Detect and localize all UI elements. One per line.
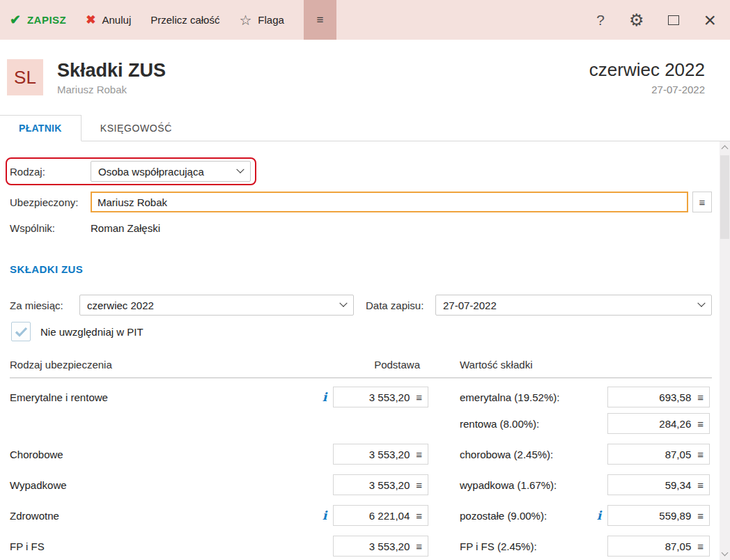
podstawa-input[interactable]: 3 553,20 ≡: [333, 387, 428, 407]
page-title: Składki ZUS: [57, 59, 166, 81]
podstawa-input[interactable]: 3 553,20 ≡: [333, 444, 428, 465]
field-menu-icon[interactable]: ≡: [416, 449, 422, 460]
star-icon: ☆: [239, 12, 251, 29]
podstawa-input[interactable]: 3 553,20 ≡: [333, 536, 428, 557]
tab-platnik[interactable]: PŁATNIK: [0, 115, 81, 141]
wartosc-input[interactable]: 59,34 ≡: [607, 474, 710, 495]
field-menu-icon[interactable]: ≡: [697, 418, 704, 430]
toolbar: ✔ ZAPISZ ✖ Anuluj Przelicz całość ☆ Flag…: [0, 0, 730, 40]
field-menu-icon[interactable]: ≡: [697, 510, 704, 522]
ubezpieczony-input[interactable]: [91, 192, 688, 212]
ubezpieczony-row: Ubezpieczony: ≡: [10, 192, 712, 212]
save-button[interactable]: ✔ ZAPISZ: [10, 12, 66, 28]
table-row-subline: rentowa (8.00%): 284,26 ≡: [10, 413, 712, 434]
scroll-down-arrow-icon[interactable]: [722, 550, 729, 557]
podstawa-value: 3 553,20: [369, 540, 410, 552]
hamburger-icon: ≡: [699, 196, 706, 208]
window-controls: ? ⚙ ×: [596, 10, 730, 30]
table-row: Wypadkowe 3 553,20 ≡ wypadkowa (1.67%): …: [10, 474, 712, 495]
checkmark-icon: [15, 327, 28, 337]
period-label: czerwiec 2022: [589, 59, 705, 81]
tab-bar: PŁATNIK KSIĘGOWOŚĆ: [0, 115, 730, 141]
field-menu-icon[interactable]: ≡: [697, 449, 704, 460]
row-name: Emerytalne i rentowe: [10, 391, 316, 403]
column-header-wartosc: Wartość składki: [460, 359, 712, 371]
wartosc-value: 59,34: [665, 479, 692, 491]
chevron-down-icon: [339, 300, 347, 307]
maximize-button[interactable]: [668, 15, 679, 25]
podstawa-value: 6 221,04: [369, 510, 410, 522]
column-header-rodzaj: Rodzaj ubezpieczenia: [10, 359, 333, 371]
info-icon[interactable]: i: [323, 390, 327, 404]
pit-checkbox[interactable]: [11, 322, 31, 341]
toolbar-menu-button[interactable]: ≡: [304, 0, 336, 40]
wartosc-value: 87,05: [665, 540, 692, 552]
value-label: chorobowa (2.45%):: [460, 449, 591, 460]
row-name: Chorobowe: [10, 449, 316, 460]
scrollbar-thumb[interactable]: [720, 155, 729, 239]
podstawa-value: 3 553,20: [369, 391, 410, 403]
value-label: pozostałe (9.00%):: [460, 510, 591, 522]
field-menu-icon[interactable]: ≡: [697, 540, 704, 552]
wspolnik-value: Roman Załęski: [91, 222, 160, 234]
info-icon[interactable]: i: [323, 508, 327, 522]
podstawa-value: 3 553,20: [369, 479, 410, 491]
field-menu-icon[interactable]: ≡: [416, 479, 422, 491]
za-miesiac-value: czerwiec 2022: [87, 300, 154, 311]
module-badge: SL: [7, 59, 43, 95]
za-miesiac-label: Za miesiąc:: [10, 300, 79, 311]
close-button[interactable]: ×: [704, 13, 716, 27]
wartosc-value: 693,58: [659, 391, 691, 403]
chevron-down-icon: [697, 300, 705, 307]
wartosc-input[interactable]: 87,05 ≡: [607, 444, 710, 465]
value-label: emerytalna (19.52%):: [460, 391, 591, 403]
field-menu-icon[interactable]: ≡: [416, 510, 422, 522]
title-block: Składki ZUS Mariusz Robak: [57, 59, 166, 95]
ubezpieczony-lookup-button[interactable]: ≡: [692, 192, 712, 212]
section-title-skladki-zus: SKŁADKI ZUS: [10, 263, 712, 275]
page-subtitle: Mariusz Robak: [57, 84, 166, 95]
vertical-scrollbar[interactable]: [720, 141, 730, 560]
rodzaj-select[interactable]: Osoba współpracująca: [91, 161, 251, 182]
table-row: Chorobowe 3 553,20 ≡ chorobowa (2.45%): …: [10, 444, 712, 465]
field-menu-icon[interactable]: ≡: [697, 479, 704, 491]
field-menu-icon[interactable]: ≡: [416, 540, 422, 552]
flag-button[interactable]: ☆ Flaga: [239, 12, 284, 29]
page-header: SL Składki ZUS Mariusz Robak czerwiec 20…: [0, 40, 730, 115]
cancel-button[interactable]: ✖ Anuluj: [86, 13, 131, 27]
rodzaj-highlight-ring: Rodzaj: Osoba współpracująca: [6, 157, 256, 185]
podstawa-input[interactable]: 6 221,04 ≡: [333, 505, 428, 526]
info-icon[interactable]: i: [597, 508, 601, 522]
table-row: Emerytalne i rentowe i 3 553,20 ≡ emeryt…: [10, 387, 712, 407]
month-date-row: Za miesiąc: czerwiec 2022 Data zapisu: 2…: [10, 295, 712, 316]
scroll-up-arrow-icon[interactable]: [722, 146, 729, 153]
za-miesiac-select[interactable]: czerwiec 2022: [79, 295, 354, 316]
tab-ksiegowosc[interactable]: KSIĘGOWOŚĆ: [81, 115, 191, 141]
settings-gear-button[interactable]: ⚙: [629, 10, 644, 30]
pit-checkbox-row: Nie uwzględniaj w PIT: [10, 322, 712, 341]
table-separator: [10, 378, 712, 378]
wspolnik-label: Wspólnik:: [10, 222, 91, 234]
save-button-label: ZAPISZ: [27, 14, 66, 26]
wartosc-input[interactable]: 693,58 ≡: [607, 387, 710, 407]
table-header: Rodzaj ubezpieczenia Podstawa Wartość sk…: [10, 359, 712, 371]
podstawa-input[interactable]: 3 553,20 ≡: [333, 474, 428, 495]
wartosc-value: 559,89: [659, 510, 691, 522]
flag-button-label: Flaga: [258, 14, 284, 26]
data-zapisu-value: 27-07-2022: [443, 300, 497, 311]
help-button[interactable]: ?: [596, 12, 605, 29]
value-label: FP i FS (2.45%):: [460, 540, 591, 552]
chevron-down-icon: [236, 166, 244, 173]
wartosc-input[interactable]: 87,05 ≡: [607, 536, 710, 557]
app-window: ✔ ZAPISZ ✖ Anuluj Przelicz całość ☆ Flag…: [0, 0, 730, 560]
data-zapisu-select[interactable]: 27-07-2022: [435, 295, 712, 316]
field-menu-icon[interactable]: ≡: [697, 391, 704, 403]
podstawa-value: 3 553,20: [369, 449, 410, 460]
recalculate-button[interactable]: Przelicz całość: [150, 14, 219, 26]
wartosc-value: 87,05: [665, 449, 692, 460]
table-row: Zdrowotne i 6 221,04 ≡ pozostałe (9.00%)…: [10, 505, 712, 526]
wartosc-input[interactable]: 559,89 ≡: [607, 505, 710, 526]
value-label: rentowa (8.00%):: [460, 418, 591, 430]
wartosc-input[interactable]: 284,26 ≡: [607, 413, 710, 434]
field-menu-icon[interactable]: ≡: [416, 391, 422, 403]
